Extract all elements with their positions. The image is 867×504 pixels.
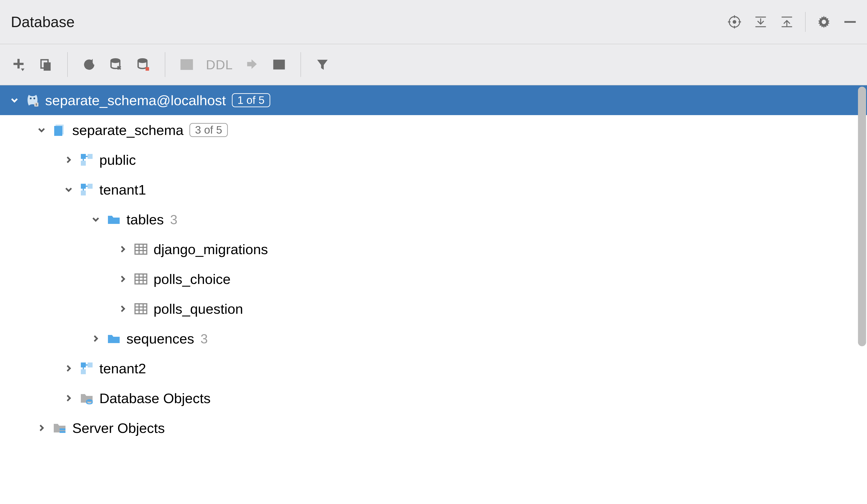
duplicate-icon[interactable] <box>38 57 54 73</box>
chevron-right-icon[interactable] <box>63 363 74 374</box>
schema-icon <box>79 153 94 167</box>
group-label: sequences <box>127 331 194 347</box>
svg-rect-25 <box>181 60 192 69</box>
tree-table-row[interactable]: django_migrations <box>0 234 867 264</box>
chevron-right-icon[interactable] <box>117 244 128 255</box>
group-label: tables <box>127 212 164 227</box>
tree-server-objects-row[interactable]: Server Objects <box>0 413 867 443</box>
svg-rect-65 <box>81 363 86 367</box>
svg-rect-47 <box>81 191 86 195</box>
chevron-right-icon[interactable] <box>90 333 101 344</box>
database-badge: 3 of 5 <box>190 123 228 137</box>
table-icon <box>133 302 148 316</box>
server-objects-icon <box>52 421 67 435</box>
svg-rect-40 <box>81 154 86 159</box>
chevron-down-icon[interactable] <box>9 95 20 106</box>
refresh-icon[interactable] <box>81 57 97 73</box>
panel-title: Database <box>11 13 75 31</box>
database-label: separate_schema <box>72 122 184 138</box>
svg-rect-67 <box>81 369 86 374</box>
svg-rect-19 <box>44 62 51 71</box>
chevron-down-icon[interactable] <box>90 214 101 225</box>
collapse-all-icon[interactable] <box>779 14 795 30</box>
group-count: 3 <box>170 212 177 227</box>
svg-rect-45 <box>81 184 86 189</box>
schema-label: tenant2 <box>99 361 146 376</box>
chevron-right-icon[interactable] <box>36 422 47 433</box>
tree-group-row[interactable]: tables 3 <box>0 204 867 234</box>
schema-label: public <box>99 152 136 168</box>
chevron-right-icon[interactable] <box>63 393 74 404</box>
svg-point-13 <box>822 20 826 24</box>
tree-group-row[interactable]: sequences 3 <box>0 324 867 353</box>
table-label: django_migrations <box>153 241 268 257</box>
svg-rect-60 <box>135 304 147 314</box>
panel-title-actions <box>727 12 858 32</box>
gear-icon[interactable] <box>816 14 832 30</box>
tree-schema-row[interactable]: tenant2 <box>0 353 867 383</box>
svg-point-1 <box>733 21 736 23</box>
separator <box>67 52 68 77</box>
svg-rect-72 <box>60 431 65 433</box>
vertical-scrollbar[interactable] <box>858 87 866 503</box>
svg-marker-17 <box>21 68 25 71</box>
svg-rect-41 <box>88 154 93 159</box>
svg-marker-30 <box>247 60 257 69</box>
filter-icon[interactable] <box>314 57 330 73</box>
svg-rect-55 <box>135 274 147 284</box>
db-objects-icon <box>79 391 94 405</box>
server-objects-label: Server Objects <box>72 420 165 436</box>
tree-table-row[interactable]: polls_question <box>0 294 867 324</box>
chevron-right-icon[interactable] <box>63 154 74 165</box>
chevron-down-icon[interactable] <box>63 184 74 195</box>
chevron-right-icon[interactable] <box>117 303 128 314</box>
scrollbar-thumb[interactable] <box>858 87 866 346</box>
separator <box>300 52 301 77</box>
table-view-icon[interactable] <box>179 57 195 73</box>
tree-schema-row[interactable]: tenant1 <box>0 175 867 204</box>
svg-rect-66 <box>88 363 93 367</box>
datasource-badge: 1 of 5 <box>232 93 270 107</box>
svg-rect-16 <box>13 63 24 65</box>
tree-datasource-row[interactable]: separate_schema@localhost 1 of 5 <box>0 85 867 115</box>
chevron-down-icon[interactable] <box>36 125 47 136</box>
schema-icon <box>79 361 94 376</box>
target-icon[interactable] <box>727 14 742 30</box>
database-toolbar: DDL QL <box>0 44 867 85</box>
minimize-icon[interactable] <box>842 14 858 30</box>
chevron-right-icon[interactable] <box>117 274 128 285</box>
table-label: polls_question <box>153 301 243 317</box>
database-tree: separate_schema@localhost 1 of 5 separat… <box>0 85 867 504</box>
folder-icon <box>107 212 121 227</box>
schema-icon <box>79 182 94 197</box>
svg-rect-71 <box>60 428 65 430</box>
navigate-icon[interactable] <box>244 57 260 73</box>
ddl-button[interactable]: DDL <box>206 57 233 72</box>
svg-rect-46 <box>88 184 93 189</box>
table-icon <box>133 272 148 286</box>
tree-table-row[interactable]: polls_choice <box>0 264 867 294</box>
panel-titlebar: Database <box>0 0 867 44</box>
postgres-icon <box>25 93 40 107</box>
svg-marker-33 <box>317 60 328 70</box>
tree-schema-row[interactable]: public <box>0 145 867 175</box>
datasource-label: separate_schema@localhost <box>45 92 226 108</box>
folder-icon <box>107 331 121 346</box>
db-objects-label: Database Objects <box>99 390 211 406</box>
datasource-properties-icon[interactable] <box>108 57 124 73</box>
database-icon <box>52 123 67 137</box>
tree-database-row[interactable]: separate_schema 3 of 5 <box>0 115 867 145</box>
table-label: polls_choice <box>153 271 231 287</box>
query-console-icon[interactable]: QL <box>271 57 287 73</box>
separator <box>805 12 806 32</box>
svg-point-35 <box>33 97 35 99</box>
svg-text:QL: QL <box>276 62 284 68</box>
table-icon <box>133 242 148 256</box>
expand-all-icon[interactable] <box>753 14 769 30</box>
tree-db-objects-row[interactable]: Database Objects <box>0 383 867 413</box>
svg-rect-50 <box>135 244 147 254</box>
svg-rect-42 <box>81 161 86 166</box>
datasource-stop-icon[interactable] <box>136 57 151 73</box>
add-icon[interactable] <box>11 57 26 73</box>
separator <box>165 52 165 77</box>
